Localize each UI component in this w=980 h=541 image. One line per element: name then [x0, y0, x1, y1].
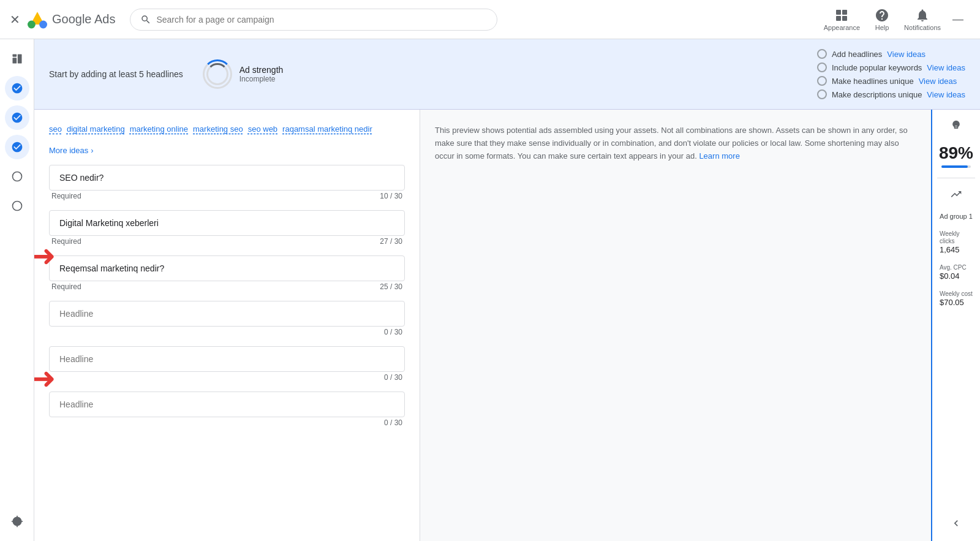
score-bar	[941, 165, 971, 168]
suggestion-radio-2	[817, 62, 827, 72]
keyword-chip-digital-marketing[interactable]: digital marketing	[67, 124, 125, 134]
headline-field-2: Required 27 / 30	[49, 210, 405, 253]
left-sidebar	[0, 39, 34, 541]
minimize-button[interactable]: —	[946, 13, 970, 26]
headline-fields: Required 10 / 30 Required 27 / 30	[34, 165, 420, 437]
keyword-chips: seo digital marketing marketing online m…	[34, 119, 420, 143]
check-circle-3-icon	[11, 141, 23, 153]
main-content: Start by adding at least 5 headlines Ad …	[34, 39, 980, 541]
strength-label: Ad strength Incomplete	[239, 65, 284, 83]
headline-input-4[interactable]	[49, 301, 405, 327]
suggestion-3: Make headlines unique View ideas	[817, 76, 965, 86]
score-bar-fill	[941, 165, 968, 168]
headline-field-4: 0 / 30	[49, 301, 405, 344]
right-divider-1	[937, 178, 975, 178]
weekly-clicks-block: Weekly clicks 1,645	[937, 230, 975, 254]
keyword-chip-raqamsal[interactable]: raqamsal marketinq nedir	[282, 124, 372, 134]
svg-rect-5	[842, 16, 847, 21]
nav-actions: Appearance Help Notifications	[824, 8, 941, 31]
settings-icon	[11, 515, 23, 528]
headline-input-1[interactable]	[49, 165, 405, 191]
headline-meta-3: Required 25 / 30	[49, 281, 405, 298]
keyword-chip-marketing-seo[interactable]: marketing seo	[193, 124, 243, 134]
search-icon	[140, 14, 151, 25]
headline-meta-2: Required 27 / 30	[49, 236, 405, 253]
view-ideas-2[interactable]: View ideas	[927, 63, 965, 72]
svg-point-0	[39, 20, 47, 28]
svg-rect-6	[12, 55, 17, 57]
avg-cpc-value: $0.04	[940, 271, 960, 281]
content-row: ➜ ➜ seo digital marketing marketing onli…	[34, 110, 980, 541]
headline-field-1: Required 10 / 30	[49, 165, 405, 208]
app-layout: Start by adding at least 5 headlines Ad …	[0, 39, 980, 541]
form-area-container: ➜ ➜ seo digital marketing marketing onli…	[34, 110, 420, 541]
close-button[interactable]: ✕	[10, 12, 20, 27]
right-sidebar: 89% Ad group 1 Weekly clicks 1,645	[931, 110, 980, 541]
collapse-button[interactable]	[950, 517, 962, 531]
headline-input-6[interactable]	[49, 392, 405, 417]
sidebar-icon-settings[interactable]	[5, 509, 29, 534]
appearance-icon	[834, 8, 849, 23]
headline-meta-1: Required 10 / 30	[49, 191, 405, 208]
svg-rect-2	[836, 10, 841, 15]
sidebar-icon-circle1[interactable]	[5, 164, 29, 189]
search-bar[interactable]	[130, 9, 497, 31]
headline-field-6: 0 / 30	[49, 392, 405, 434]
arrow-annotation-1: ➜	[34, 241, 56, 271]
preview-panel: This preview shows potential ads assembl…	[420, 110, 931, 541]
svg-rect-4	[836, 16, 841, 21]
trend-icon	[950, 188, 962, 202]
view-ideas-3[interactable]: View ideas	[919, 77, 957, 86]
headline-field-5: 0 / 30	[49, 346, 405, 389]
svg-rect-7	[12, 58, 17, 63]
keyword-chip-seo-web[interactable]: seo web	[248, 124, 277, 134]
suggestion-radio-1	[817, 49, 827, 59]
check-circle-2-icon	[11, 112, 23, 124]
ad-strength-banner: Start by adding at least 5 headlines Ad …	[34, 39, 980, 110]
chevron-left-icon	[950, 517, 962, 529]
weekly-cost-block: Weekly cost $70.05	[937, 290, 975, 307]
weekly-cost-value: $70.05	[940, 298, 964, 307]
notifications-icon	[915, 8, 930, 23]
radio-icon-2	[11, 200, 23, 212]
suggestion-4: Make descriptions unique View ideas	[817, 89, 965, 99]
svg-point-10	[12, 202, 21, 211]
banner-headline: Start by adding at least 5 headlines	[49, 69, 183, 79]
keyword-chip-seo[interactable]: seo	[49, 124, 62, 134]
headline-input-5[interactable]	[49, 346, 405, 372]
sidebar-icon-circle2[interactable]	[5, 194, 29, 218]
score-percentage: 89%	[939, 143, 973, 163]
headline-meta-4: 0 / 30	[49, 327, 405, 344]
notifications-button[interactable]: Notifications	[904, 8, 941, 31]
headline-input-3[interactable]	[49, 255, 405, 281]
logo: Google Ads	[28, 10, 115, 29]
suggestion-2: Include popular keywords View ideas	[817, 62, 965, 72]
radio-icon-1	[11, 170, 23, 183]
sidebar-icon-check2[interactable]	[5, 105, 29, 130]
sidebar-icon-check3[interactable]	[5, 135, 29, 159]
appearance-button[interactable]: Appearance	[824, 8, 860, 31]
svg-point-1	[28, 20, 36, 28]
more-ideas-button[interactable]: More ideas ›	[34, 143, 420, 165]
svg-point-9	[12, 172, 21, 181]
banner-suggestions: Add headlines View ideas Include popular…	[817, 49, 965, 99]
svg-rect-8	[17, 55, 21, 64]
sidebar-icon-active[interactable]	[5, 76, 29, 100]
sidebar-icon-campaigns[interactable]	[5, 47, 29, 71]
view-ideas-1[interactable]: View ideas	[887, 50, 925, 59]
headline-input-2[interactable]	[49, 210, 405, 236]
keyword-chip-marketing-online[interactable]: marketing online	[130, 124, 188, 134]
help-icon	[875, 8, 889, 23]
avg-cpc-block: Avg. CPC $0.04	[937, 264, 975, 281]
help-button[interactable]: Help	[875, 8, 889, 31]
search-input[interactable]	[156, 15, 487, 25]
weekly-clicks-value: 1,645	[940, 245, 960, 254]
learn-more-link[interactable]: Learn more	[699, 151, 739, 161]
preview-text: This preview shows potential ads assembl…	[435, 124, 916, 162]
view-ideas-4[interactable]: View ideas	[927, 90, 965, 99]
google-ads-logo-icon	[28, 10, 47, 29]
weekly-clicks-label: Weekly clicks	[940, 230, 973, 245]
avg-cpc-label: Avg. CPC	[940, 264, 967, 271]
strength-circle	[203, 59, 232, 89]
suggestion-radio-3	[817, 76, 827, 86]
